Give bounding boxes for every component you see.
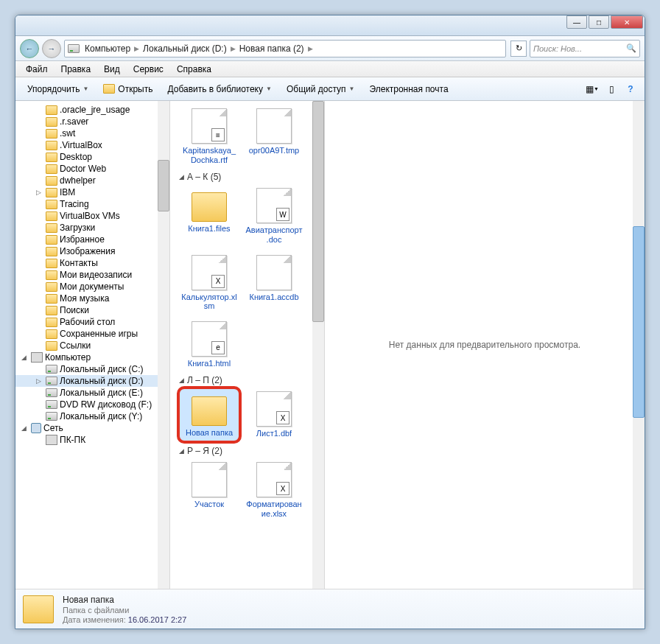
- tree-item-label: Контакты: [60, 258, 98, 268]
- tree-item[interactable]: Поиски: [15, 304, 169, 316]
- file-item[interactable]: XЛист1.dbf: [244, 388, 304, 441]
- tree-item[interactable]: Desktop: [15, 151, 169, 163]
- folder-icon: [46, 329, 57, 339]
- expander-icon[interactable]: ◢: [21, 354, 29, 361]
- email-button[interactable]: Электронная почта: [363, 81, 454, 97]
- menu-file[interactable]: Файл: [20, 63, 54, 76]
- file-item[interactable]: Книга1.files: [179, 185, 239, 247]
- file-item[interactable]: WАвиатранспорт.doc: [244, 185, 304, 247]
- tree-item-label: VirtualBox VMs: [60, 211, 120, 221]
- tree-item[interactable]: ПК-ПК: [15, 434, 169, 446]
- file-list-pane[interactable]: ≡Kapitanskaya_Dochka.rtfopr00A9T.tmp◢А –…: [170, 101, 325, 589]
- tree-item[interactable]: Рабочий стол: [15, 316, 169, 328]
- doc-icon: e: [192, 321, 227, 357]
- file-item[interactable]: Участок: [179, 459, 239, 521]
- scrollbar-thumb[interactable]: [158, 160, 169, 211]
- tree-item[interactable]: ▷IBM: [15, 186, 169, 198]
- menu-help[interactable]: Справка: [171, 63, 217, 76]
- crumb-drive[interactable]: Локальный диск (D:): [141, 43, 229, 54]
- scrollbar-thumb[interactable]: [312, 101, 324, 322]
- file-item[interactable]: ≡Kapitanskaya_Dochka.rtf: [179, 105, 239, 167]
- forward-button[interactable]: →: [42, 39, 61, 58]
- tree-item[interactable]: Моя музыка: [15, 293, 169, 304]
- tree-item[interactable]: Локальный диск (E:): [15, 387, 169, 399]
- menu-tools[interactable]: Сервис: [127, 63, 169, 76]
- file-label: Авиатранспорт.doc: [245, 225, 303, 244]
- tree-item[interactable]: Doctor Web: [15, 163, 169, 175]
- tree-item[interactable]: .oracle_jre_usage: [15, 104, 169, 116]
- file-item[interactable]: eКнига1.html: [179, 318, 239, 371]
- refresh-button[interactable]: ↻: [510, 41, 527, 57]
- tree-item[interactable]: Загрузки: [15, 222, 169, 234]
- filetype-badge: X: [211, 275, 225, 288]
- add-library-button[interactable]: Добавить в библиотеку▼: [161, 81, 277, 97]
- tree-item-label: dwhelper: [60, 175, 96, 186]
- tree-item[interactable]: DVD RW дисковод (F:): [15, 399, 169, 410]
- tree-item[interactable]: Избранное: [15, 234, 169, 245]
- share-button[interactable]: Общий доступ▼: [281, 81, 361, 97]
- group-header[interactable]: ◢Л – П (2): [179, 371, 320, 388]
- tree-item[interactable]: .r.saver: [15, 116, 169, 127]
- expander-icon[interactable]: ▷: [36, 377, 43, 385]
- close-button[interactable]: ✕: [611, 15, 643, 29]
- preview-empty-text: Нет данных для предварительного просмотр…: [389, 340, 580, 350]
- tree-item[interactable]: Мои видеозаписи: [15, 269, 169, 281]
- menu-edit[interactable]: Правка: [55, 63, 97, 76]
- search-icon: 🔍: [626, 43, 636, 53]
- tree-item[interactable]: Локальный диск (C:): [15, 363, 169, 375]
- navigation-tree[interactable]: .oracle_jre_usage.r.saver.swt.VirtualBox…: [15, 101, 170, 589]
- crumb-folder[interactable]: Новая папка (2): [237, 43, 306, 54]
- tree-item[interactable]: ◢Компьютер: [15, 351, 169, 363]
- expander-icon[interactable]: ▷: [36, 189, 43, 196]
- preview-pane-button[interactable]: ▯: [603, 81, 619, 97]
- tree-item[interactable]: ◢Сеть: [15, 422, 169, 434]
- file-grid: Новая папкаXЛист1.dbf: [179, 388, 320, 441]
- breadcrumb[interactable]: Компьютер ▶ Локальный диск (D:) ▶ Новая …: [64, 40, 506, 57]
- tree-item[interactable]: Ссылки: [15, 340, 169, 351]
- tree-item-label: Загрузки: [60, 223, 95, 233]
- tree-item[interactable]: .VirtualBox: [15, 139, 169, 151]
- file-item[interactable]: Новая папка: [179, 388, 239, 441]
- tree-item[interactable]: .swt: [15, 127, 169, 139]
- file-item[interactable]: Книга1.accdb: [244, 252, 304, 314]
- tree-item[interactable]: Tracing: [15, 198, 169, 210]
- tree-item-label: Мои документы: [60, 281, 124, 292]
- group-header[interactable]: ◢Р – Я (2): [179, 441, 320, 459]
- folder-icon: [46, 117, 57, 127]
- tree-item[interactable]: Мои документы: [15, 281, 169, 293]
- tree-item[interactable]: VirtualBox VMs: [15, 210, 169, 222]
- file-label: Форматирование.xlsx: [245, 500, 303, 518]
- tree-item[interactable]: dwhelper: [15, 175, 169, 186]
- tree-item[interactable]: ▷Локальный диск (D:): [15, 375, 169, 387]
- organize-button[interactable]: Упорядочить▼: [21, 81, 94, 97]
- tree-item[interactable]: Сохраненные игры: [15, 328, 169, 340]
- minimize-button[interactable]: —: [566, 15, 587, 29]
- file-item[interactable]: opr00A9T.tmp: [244, 105, 304, 167]
- file-label: Калькулятор.xlsm: [180, 293, 238, 311]
- tree-item-label: Избранное: [60, 234, 105, 245]
- view-options-button[interactable]: ▦▼: [584, 81, 600, 97]
- back-button[interactable]: ←: [20, 39, 39, 58]
- maximize-button[interactable]: □: [589, 15, 609, 29]
- open-button[interactable]: Открыть: [97, 81, 158, 97]
- tree-item[interactable]: Локальный диск (Y:): [15, 410, 169, 422]
- chevron-right-icon: ▶: [306, 45, 315, 52]
- drive-icon: [46, 377, 57, 385]
- tree-item[interactable]: Изображения: [15, 245, 169, 257]
- tree-item-label: Локальный диск (Y:): [60, 411, 142, 421]
- search-input[interactable]: Поиск: Нов... 🔍: [530, 40, 640, 57]
- folder-icon: [46, 223, 57, 233]
- scrollbar-thumb[interactable]: [633, 226, 645, 418]
- help-button[interactable]: ?: [622, 81, 639, 97]
- expander-icon[interactable]: ◢: [21, 424, 29, 432]
- folder-icon: [46, 129, 57, 139]
- folder-icon: [46, 282, 57, 292]
- file-item[interactable]: XФорматирование.xlsx: [244, 459, 304, 521]
- group-header[interactable]: ◢А – К (5): [179, 167, 320, 185]
- folder-icon: [46, 153, 57, 162]
- tree-item-label: Мои видеозаписи: [60, 270, 132, 280]
- menu-view[interactable]: Вид: [98, 63, 126, 76]
- file-item[interactable]: XКалькулятор.xlsm: [179, 252, 239, 314]
- crumb-computer[interactable]: Компьютер: [82, 43, 133, 54]
- tree-item[interactable]: Контакты: [15, 257, 169, 269]
